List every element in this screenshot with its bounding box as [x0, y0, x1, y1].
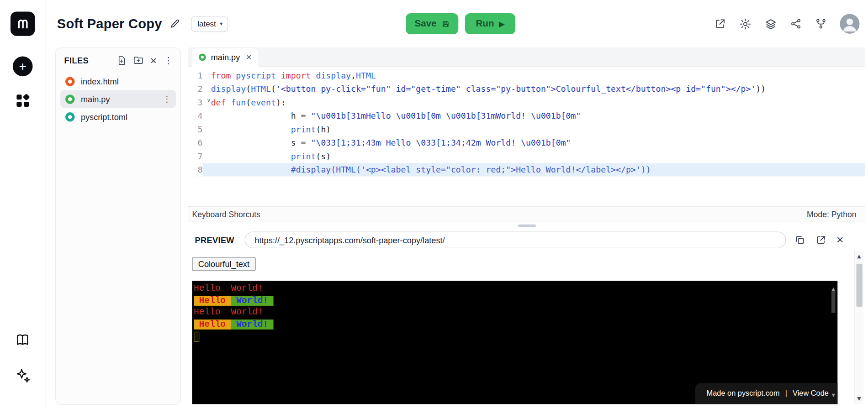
line-number: 5	[188, 123, 203, 136]
preview-panel: PREVIEW https://_12.pyscriptapps.com/sof…	[188, 230, 865, 408]
tab-main-py[interactable]: main.py ×	[191, 47, 259, 67]
code-text: print(s)	[202, 150, 331, 163]
pyscript-logo[interactable]	[11, 11, 35, 36]
book-icon	[15, 332, 31, 348]
keyboard-shortcuts-link[interactable]: Keyboard Shorcuts	[192, 210, 807, 219]
new-folder-icon	[133, 55, 144, 66]
scroll-down-icon[interactable]: ▼	[855, 396, 863, 401]
plus-icon: +	[19, 60, 26, 73]
code-line[interactable]: 6 s = "\033[1;31;43m Hello \033[1;34;42m…	[188, 136, 865, 150]
new-project-button[interactable]: +	[13, 57, 33, 77]
code-text: def fun(event):	[202, 96, 286, 109]
code-line[interactable]: 5 print(h)	[188, 123, 865, 136]
file-item-pyscript-toml[interactable]: pyscript.toml	[60, 108, 176, 126]
docs-button[interactable]	[13, 330, 32, 349]
editor-tabbar: main.py ×	[188, 47, 865, 67]
sparkles-icon	[15, 367, 31, 383]
terminal-scroll-thumb[interactable]	[831, 291, 835, 313]
version-label: latest	[197, 19, 216, 28]
code-text: #display(HTML('<p><label style="color: r…	[202, 163, 651, 176]
code-editor[interactable]: 1from pyscript import display,HTML2displ…	[188, 67, 865, 206]
preview-actions: ×	[794, 234, 844, 246]
toml-file-icon	[65, 112, 75, 121]
preview-url-text: https://_12.pyscriptapps.com/soft-paper-…	[254, 235, 445, 245]
apps-grid-icon	[15, 92, 31, 109]
code-line[interactable]: 3∨def fun(event):	[188, 96, 865, 109]
copy-icon	[794, 235, 805, 246]
close-files-panel-button[interactable]: ×	[150, 55, 157, 66]
run-label: Run	[476, 18, 494, 29]
line-number: 4	[188, 110, 203, 123]
open-preview-button[interactable]	[815, 235, 826, 246]
view-code-link[interactable]: View Code	[793, 387, 829, 399]
settings-button[interactable]	[739, 17, 752, 30]
file-menu-icon[interactable]: ⋮	[163, 94, 171, 104]
external-link-icon	[815, 235, 826, 246]
new-folder-button[interactable]	[133, 55, 144, 66]
code-line[interactable]: 4 h = "\u001b[31mHello \u001b[0m \u001b[…	[188, 110, 865, 123]
code-line[interactable]: 8 #display(HTML('<p><label style="color:…	[188, 163, 865, 176]
fork-button[interactable]	[815, 18, 827, 30]
editor-mode-label: Mode: Python	[807, 210, 856, 219]
pyscript-logo-mark	[15, 16, 30, 31]
line-number: 1	[188, 69, 203, 82]
close-tab-icon[interactable]: ×	[246, 52, 252, 63]
header-icon-group	[714, 0, 860, 47]
code-line[interactable]: 2display(HTML('<button py-click="fun" id…	[188, 83, 865, 96]
file-item-index-html[interactable]: index.html	[60, 73, 176, 90]
close-preview-button[interactable]: ×	[836, 234, 844, 246]
page-title: Soft Paper Copy	[57, 16, 162, 31]
share-icon	[790, 18, 802, 30]
app-rail: +	[0, 0, 46, 408]
line-number: 8	[188, 163, 203, 176]
share-button[interactable]	[790, 18, 802, 30]
chevron-down-icon: ▾	[220, 21, 222, 26]
files-panel: FILES × ⋮ index.html	[55, 47, 181, 405]
code-line[interactable]: 1from pyscript import display,HTML	[188, 69, 865, 82]
scroll-down-icon[interactable]: ▼	[829, 389, 837, 401]
layers-icon	[764, 17, 777, 30]
file-item-main-py[interactable]: main.py ⋮	[60, 90, 176, 108]
terminal-scrollbar[interactable]: ▲ ▼	[829, 281, 837, 404]
new-file-button[interactable]	[116, 55, 127, 66]
versions-button[interactable]	[764, 17, 777, 30]
code-lines: 1from pyscript import display,HTML2displ…	[188, 69, 865, 176]
preview-scroll-thumb[interactable]	[856, 264, 862, 307]
save-button[interactable]: Save	[406, 13, 458, 34]
tab-label: main.py	[211, 52, 240, 62]
code-text: print(h)	[202, 123, 331, 136]
open-in-new-button[interactable]	[714, 18, 726, 30]
files-panel-menu-button[interactable]: ⋮	[163, 55, 174, 66]
scroll-up-icon[interactable]: ▲	[855, 253, 863, 259]
panel-resizer[interactable]	[188, 222, 865, 230]
preview-scrollbar[interactable]: ▲ ▼	[854, 251, 864, 404]
colourful-text-button[interactable]: Colourful_text	[192, 257, 255, 271]
terminal-row: Hello World!	[194, 319, 837, 330]
pencil-icon	[169, 18, 180, 29]
preview-body: Colourful_text Hello World! Hello World!…	[188, 251, 865, 408]
code-line[interactable]: 7 print(s)	[188, 150, 865, 163]
editor-column: main.py × 1from pyscript import display,…	[188, 47, 865, 408]
editor-statusbar: Keyboard Shorcuts Mode: Python	[188, 206, 865, 222]
new-file-icon	[116, 55, 127, 66]
version-select[interactable]: latest ▾	[191, 16, 228, 32]
html-file-icon	[65, 77, 75, 86]
copy-url-button[interactable]	[794, 235, 805, 246]
preview-url-input[interactable]: https://_12.pyscriptapps.com/soft-paper-…	[245, 232, 786, 248]
dashboard-button[interactable]	[12, 90, 33, 111]
close-icon: ×	[150, 54, 157, 67]
fold-toggle-icon[interactable]: ∨	[207, 98, 210, 103]
edit-title-button[interactable]	[169, 18, 180, 29]
run-button[interactable]: Run ▶	[465, 13, 515, 34]
terminal[interactable]: Hello World! Hello World! Hello World! H…	[192, 281, 837, 404]
terminal-row: Hello World!	[194, 307, 837, 319]
files-panel-header: FILES × ⋮	[56, 48, 180, 69]
line-number: 6	[188, 136, 203, 150]
resizer-handle[interactable]	[518, 225, 536, 227]
line-number: 2	[188, 83, 203, 96]
ai-assistant-button[interactable]	[13, 366, 32, 385]
save-label: Save	[415, 18, 437, 29]
file-name: main.py	[81, 94, 110, 104]
user-avatar[interactable]	[840, 14, 860, 34]
kebab-icon: ⋮	[164, 56, 173, 65]
